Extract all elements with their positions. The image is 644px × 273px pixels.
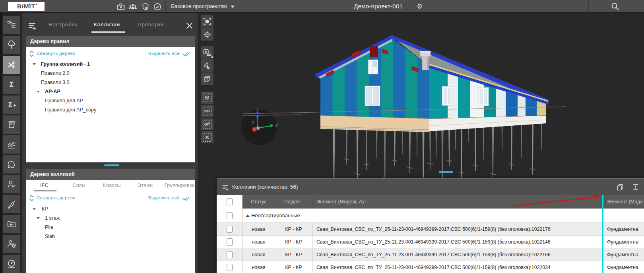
collision-table-row[interactable]: новая КР - КР Свая_Винтовая_СВС_по_ТУ_25… xyxy=(217,223,644,236)
fit-panel-height-icon[interactable] xyxy=(632,183,640,193)
measure-tape-icon[interactable] xyxy=(201,46,213,58)
select-all-link[interactable]: Выделить всё xyxy=(135,51,180,56)
section-plane-icon[interactable] xyxy=(201,59,213,72)
sidebar-item-2d-view[interactable]: 2D xyxy=(3,115,20,134)
tab-collisions[interactable]: Коллизии xyxy=(94,21,120,27)
tab-classes[interactable]: Классы xyxy=(103,183,121,188)
locate-target-icon[interactable] xyxy=(201,28,213,41)
tree-expand-caret-icon[interactable] xyxy=(37,217,40,219)
tab-checks[interactable]: Проверки xyxy=(138,21,164,27)
group-collapse-triangle-icon[interactable] xyxy=(246,214,250,217)
viewport-splitter-handle[interactable] xyxy=(439,171,453,173)
hide-selection-eye-off-icon[interactable] xyxy=(201,118,213,130)
tree-item-label[interactable]: 1 этаж xyxy=(45,214,60,223)
sidebar-item-environment-tree[interactable] xyxy=(3,36,20,54)
sidebar-item-user-check[interactable] xyxy=(3,175,20,193)
sidebar-item-sum[interactable]: Σ xyxy=(3,76,20,94)
collapse-tree-link[interactable]: Свернуть дерево xyxy=(37,51,76,56)
tree-item-label[interactable]: Правило для АР_copy xyxy=(45,105,96,115)
rules-tree-row[interactable]: Правило 2.0 0 xyxy=(26,69,195,78)
column-header-element-b[interactable]: Элемент (Моде xyxy=(604,195,644,209)
column-header-section[interactable]: Раздел xyxy=(275,195,312,209)
tree-expand-caret-icon[interactable] xyxy=(33,208,36,210)
sidebar-item-export-folder[interactable] xyxy=(3,215,20,233)
users-group-icon[interactable] xyxy=(128,2,138,12)
tree-item-label[interactable]: КР xyxy=(42,205,48,214)
tree-item-label[interactable]: Правило для АР xyxy=(45,96,83,105)
sort-asc-icon[interactable] xyxy=(364,199,368,205)
copy-table-icon[interactable] xyxy=(616,183,624,193)
app-logo[interactable]: BiMiT xyxy=(8,2,45,11)
sidebar-item-model-tree[interactable] xyxy=(3,16,20,34)
collapse-tree-chevrons-icon[interactable] xyxy=(29,195,34,203)
collisions-tree-row[interactable]: 1 этаж 56/56 xyxy=(26,214,195,223)
projects-briefcase-icon[interactable] xyxy=(116,2,126,12)
sidebar-item-user-location[interactable] xyxy=(3,235,20,253)
tree-expand-caret-icon[interactable] xyxy=(37,91,40,93)
row-checkbox[interactable] xyxy=(227,226,233,233)
tab-ifc[interactable]: IFC xyxy=(40,183,48,188)
rules-tree-row[interactable]: Правило 3.0 1 xyxy=(26,78,195,87)
table-group-row[interactable]: Неотсортированные xyxy=(217,209,644,223)
show-selection-eye-icon[interactable] xyxy=(201,105,213,117)
sidebar-item-trowel[interactable] xyxy=(3,195,20,213)
row-checkbox[interactable] xyxy=(227,238,233,246)
tree-item-label[interactable]: АР-АР xyxy=(45,87,60,96)
column-resize-divider[interactable] xyxy=(602,195,603,273)
collision-table-row[interactable]: новая КР - КР Свая_Винтовая_СВС_по_ТУ_25… xyxy=(217,248,644,261)
tree-item-label[interactable]: Pile xyxy=(45,223,53,232)
rules-tree-row[interactable]: АР-АР 56 xyxy=(26,87,195,96)
section-box-icon[interactable] xyxy=(201,72,213,85)
tree-item-label[interactable]: Slab xyxy=(45,232,55,241)
tree-item-label[interactable]: Правило 2.0 xyxy=(41,69,70,78)
row-checkbox[interactable] xyxy=(227,251,233,258)
zoom-to-model-icon[interactable] xyxy=(201,15,213,27)
rules-tree-row[interactable]: Группа коллизий - 1 57 xyxy=(26,60,195,69)
panel-menu-icon[interactable] xyxy=(221,184,229,193)
collisions-tree-row[interactable]: КР 56/56 xyxy=(26,205,195,214)
sidebar-item-dashboard-gauge[interactable] xyxy=(3,255,20,273)
tree-item-label[interactable]: Группа коллизий - 1 xyxy=(41,60,90,69)
workspace-caret-icon[interactable] xyxy=(231,6,235,8)
select-all-link[interactable]: Выделить всё xyxy=(135,195,180,200)
rules-tree-row[interactable]: Правило для АР 56 xyxy=(26,96,195,105)
sort-asc-icon[interactable] xyxy=(300,199,304,205)
close-panel-icon[interactable] xyxy=(186,22,193,31)
column-header-status[interactable]: Статус xyxy=(242,195,275,209)
tab-floors[interactable]: Этажи xyxy=(138,183,153,188)
collapse-tree-chevrons-icon[interactable] xyxy=(29,51,34,58)
clear-selection-icon[interactable] xyxy=(201,131,213,143)
collisions-tree-row[interactable]: Pile 56/56 xyxy=(26,223,195,232)
sidebar-item-sum-add[interactable]: Σ xyxy=(3,96,20,114)
group-label[interactable]: Неотсортированные xyxy=(251,209,300,223)
select-all-checkbox[interactable] xyxy=(227,198,233,205)
sidebar-item-charts[interactable] xyxy=(3,135,20,154)
collision-table-row[interactable]: новая КР - КР Свая_Винтовая_СВС_по_ТУ_25… xyxy=(217,261,644,273)
axis-gizmo[interactable]: Z Y X xyxy=(241,109,278,145)
panel-menu-icon[interactable] xyxy=(28,21,37,32)
double-check-icon[interactable] xyxy=(182,51,190,58)
sidebar-item-plugins-puzzle[interactable] xyxy=(3,155,20,174)
tree-expand-caret-icon[interactable] xyxy=(33,63,36,65)
collision-table-row[interactable]: новая КР - КР Свая_Винтовая_СВС_по_ТУ_25… xyxy=(217,236,644,248)
row-checkbox[interactable] xyxy=(227,264,233,271)
rules-tree-header[interactable]: Дерево правил xyxy=(26,36,195,47)
collisions-tree-header[interactable]: Дерево коллизий xyxy=(26,169,195,180)
sidebar-item-collisions-shuffle[interactable] xyxy=(3,56,20,74)
double-check-icon[interactable] xyxy=(182,195,190,203)
isolate-selection-icon[interactable] xyxy=(201,92,213,104)
rules-tree-row[interactable]: Правило для АР_copy 0 xyxy=(26,105,195,115)
workspace-selector[interactable]: Базовое пространство xyxy=(171,0,227,13)
collapse-tree-link[interactable]: Свернуть дерево xyxy=(37,195,76,200)
check-circle-icon[interactable] xyxy=(153,2,162,12)
project-settings-gear-icon[interactable]: ⚙ xyxy=(417,0,423,13)
tab-groupings[interactable]: Группировки xyxy=(165,183,195,188)
collisions-tree-row[interactable]: Slab 56/56 xyxy=(26,232,195,241)
tab-settings[interactable]: Настройки xyxy=(48,21,78,27)
search-icon[interactable] xyxy=(610,2,620,11)
row-checkbox[interactable] xyxy=(227,212,233,219)
panel-splitter-handle[interactable] xyxy=(104,164,119,166)
tab-layers[interactable]: Слои xyxy=(72,183,85,188)
tree-item-label[interactable]: Правило 3.0 xyxy=(41,78,70,87)
column-header-element-a[interactable]: Элемент (Модель А) xyxy=(312,195,604,209)
